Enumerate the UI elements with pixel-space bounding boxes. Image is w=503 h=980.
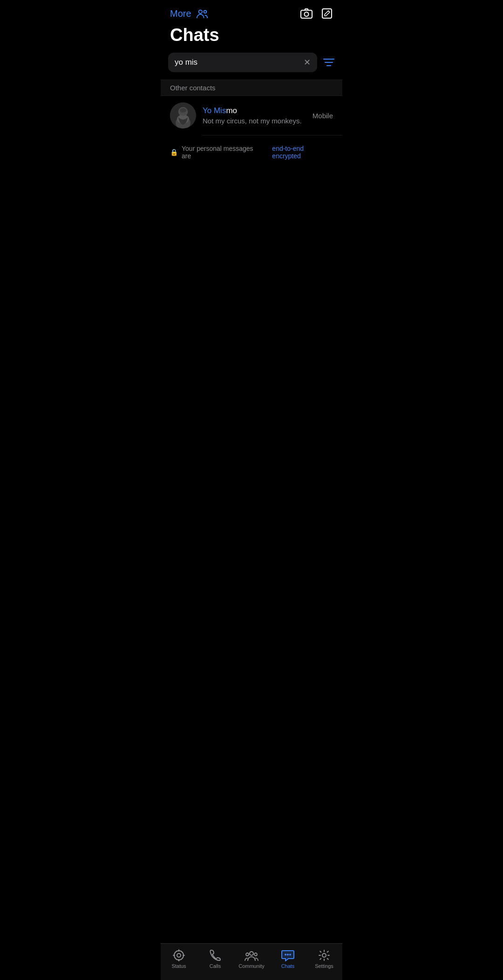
encryption-text: Your personal messages are bbox=[182, 145, 263, 160]
more-button[interactable]: More bbox=[170, 8, 191, 19]
contact-label: Mobile bbox=[313, 112, 333, 120]
svg-point-1 bbox=[204, 11, 206, 14]
contact-name: Yo Mismo bbox=[203, 106, 306, 115]
header-left: More bbox=[170, 7, 208, 20]
clear-icon[interactable]: ✕ bbox=[304, 57, 311, 68]
lock-icon: 🔒 bbox=[170, 149, 178, 156]
contact-name-rest: mo bbox=[226, 106, 237, 115]
contact-status: Not my circus, not my monkeys. bbox=[203, 117, 306, 125]
camera-icon[interactable] bbox=[300, 7, 313, 20]
header: More bbox=[161, 0, 342, 23]
page-title: Chats bbox=[161, 23, 342, 53]
section-other-contacts: Other contacts bbox=[161, 80, 342, 96]
encryption-link[interactable]: end-to-end encrypted bbox=[272, 145, 333, 160]
svg-point-0 bbox=[198, 10, 202, 14]
search-row: yo mis ✕ bbox=[161, 53, 342, 80]
contact-info: Yo Mismo Not my circus, not my monkeys. bbox=[203, 106, 306, 125]
svg-point-3 bbox=[305, 12, 309, 16]
avatar bbox=[170, 102, 196, 128]
svg-point-13 bbox=[180, 108, 186, 113]
search-input[interactable]: yo mis bbox=[175, 58, 300, 67]
encryption-notice: 🔒 Your personal messages are end-to-end … bbox=[161, 135, 342, 169]
avatar-image bbox=[170, 102, 196, 128]
header-right bbox=[300, 7, 333, 20]
contact-item[interactable]: Yo Mismo Not my circus, not my monkeys. … bbox=[161, 96, 342, 135]
compose-icon[interactable] bbox=[321, 7, 333, 20]
people-icon[interactable] bbox=[196, 7, 208, 20]
contact-name-highlight: Yo Mis bbox=[203, 106, 226, 115]
svg-rect-2 bbox=[301, 10, 312, 18]
search-container[interactable]: yo mis ✕ bbox=[168, 53, 317, 72]
svg-rect-4 bbox=[322, 9, 332, 18]
filter-icon[interactable] bbox=[323, 57, 335, 68]
